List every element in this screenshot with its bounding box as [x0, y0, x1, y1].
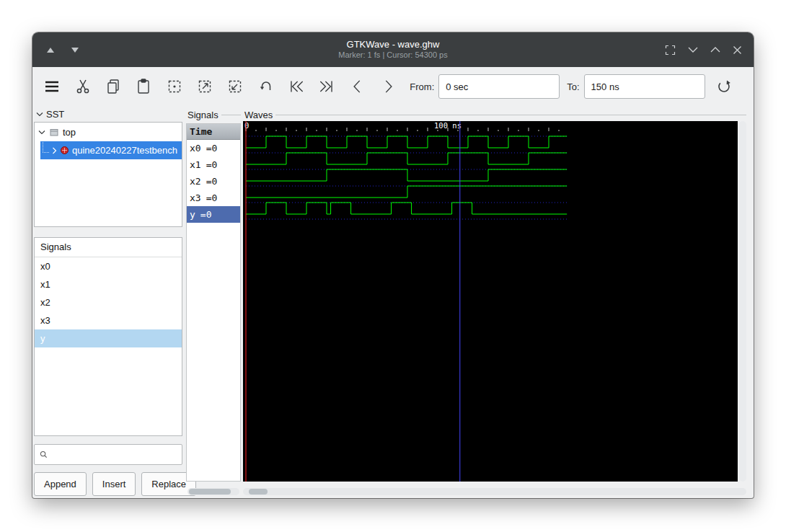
wave-signal-row[interactable]: x1=0 — [187, 156, 240, 173]
signals-horizontal-scrollbar[interactable] — [187, 488, 239, 495]
signal-name: y — [190, 209, 195, 220]
signal-filter-title: Signals — [35, 238, 182, 257]
waveform-canvas[interactable]: 0100 ns — [243, 121, 738, 482]
paste-button[interactable] — [133, 76, 154, 97]
menu-button[interactable] — [42, 76, 62, 97]
zoom-out-button[interactable] — [225, 76, 245, 97]
menu-icon — [43, 77, 61, 96]
sst-panel: SST top quine20240227testbench Signals x… — [34, 106, 184, 498]
tree-item-testbench[interactable]: quine20240227testbench — [40, 141, 182, 159]
zoom-out-icon — [226, 78, 244, 95]
search-input[interactable] — [52, 448, 182, 461]
to-input[interactable] — [584, 74, 705, 99]
shade-down-icon[interactable] — [71, 48, 79, 53]
signal-list-item[interactable]: x0 — [35, 257, 182, 275]
to-end-icon — [317, 77, 336, 96]
signals-frame-label: Signals — [187, 110, 218, 120]
wave-signal-row[interactable]: x0=0 — [187, 140, 240, 156]
svg-text:0: 0 — [244, 121, 249, 130]
wave-signal-row[interactable]: y=0 — [187, 206, 240, 223]
insert-button[interactable]: Insert — [92, 472, 136, 496]
reload-icon — [715, 77, 733, 96]
signal-filter-list: Signals x0 x1 x2 x3 y — [34, 237, 182, 436]
scrollbar-thumb[interactable] — [189, 489, 231, 495]
cut-button[interactable] — [72, 76, 92, 97]
step-left-button[interactable] — [348, 76, 368, 97]
window-title: GTKWave - wave.ghw — [338, 39, 447, 50]
cut-icon — [74, 78, 92, 95]
component-icon — [60, 146, 69, 155]
titlebar[interactable]: GTKWave - wave.ghw Marker: 1 fs | Cursor… — [32, 32, 754, 67]
undo-button[interactable] — [256, 76, 276, 97]
filter-buttons: Append Insert Replace — [34, 472, 196, 496]
signal-name: x3 — [190, 192, 201, 203]
gtkwave-window: GTKWave - wave.ghw Marker: 1 fs | Cursor… — [32, 32, 754, 498]
undo-icon — [257, 78, 275, 95]
zoom-fit-icon — [166, 78, 183, 95]
time-column-header: Time — [187, 124, 240, 140]
sst-label: SST — [46, 109, 64, 120]
waves-panel: Waves 0100 ns — [243, 106, 746, 498]
chevron-down-icon — [36, 112, 43, 117]
module-icon — [49, 128, 59, 137]
signal-name: x2 — [190, 176, 201, 187]
tree-item-top-label: top — [63, 127, 76, 138]
signal-list-item[interactable]: x3 — [35, 311, 182, 329]
signal-values-list: Time x0=0 x1=0 x2=0 x3=0 y=0 — [186, 123, 241, 482]
reload-button[interactable] — [714, 76, 734, 97]
tree-item-testbench-label: quine20240227testbench — [72, 145, 177, 156]
to-start-button[interactable] — [286, 76, 306, 97]
zoom-in-button[interactable] — [195, 76, 215, 97]
signals-values-panel: Signals Time x0=0 x1=0 x2=0 x3=0 y=0 — [186, 106, 241, 498]
signal-value: =0 — [206, 159, 218, 170]
signal-name: x0 — [190, 143, 201, 154]
step-left-icon — [348, 77, 367, 96]
close-icon[interactable] — [733, 45, 742, 55]
frame-divider — [221, 115, 241, 115]
tile-window-icon[interactable] — [665, 45, 676, 56]
waveform-svg: 0100 ns — [243, 121, 738, 482]
signal-value: =0 — [206, 143, 218, 154]
zoom-in-icon — [196, 78, 213, 95]
titlebar-left-controls — [47, 32, 79, 67]
wave-signal-row[interactable]: x3=0 — [187, 190, 240, 206]
from-label: From: — [410, 81, 434, 92]
titlebar-caption: GTKWave - wave.ghw Marker: 1 fs | Cursor… — [338, 39, 447, 61]
signal-search-box — [34, 444, 182, 465]
waves-vertical-scrollbar[interactable] — [739, 121, 746, 482]
main-area: SST top quine20240227testbench Signals x… — [32, 106, 754, 498]
tree-connector — [43, 142, 49, 153]
window-status: Marker: 1 fs | Cursor: 54300 ps — [338, 50, 447, 61]
signals-frame-header: Signals — [186, 109, 241, 120]
append-button[interactable]: Append — [34, 472, 87, 496]
waves-horizontal-scrollbar[interactable] — [243, 488, 746, 495]
waves-frame-label: Waves — [244, 110, 273, 120]
signal-value: =0 — [206, 192, 218, 203]
step-right-icon — [379, 77, 397, 96]
tree-item-top[interactable]: top — [35, 123, 182, 141]
signal-list-item[interactable]: y — [35, 329, 182, 347]
sst-header[interactable]: SST — [34, 106, 184, 122]
to-label: To: — [567, 81, 579, 92]
copy-icon — [105, 78, 122, 95]
titlebar-right-controls — [665, 32, 742, 67]
to-end-button[interactable] — [317, 76, 337, 97]
expander-right-icon — [52, 147, 57, 154]
paste-icon — [135, 78, 152, 95]
minimize-icon[interactable] — [688, 46, 698, 53]
scrollbar-thumb[interactable] — [249, 489, 268, 495]
step-right-button[interactable] — [378, 76, 398, 97]
frame-divider — [275, 115, 746, 115]
signal-value: =0 — [206, 176, 218, 187]
maximize-icon[interactable] — [710, 46, 720, 53]
toolbar: From: To: — [32, 67, 754, 106]
signal-list-item[interactable]: x1 — [35, 275, 182, 293]
zoom-fit-button[interactable] — [164, 76, 184, 97]
shade-up-icon[interactable] — [47, 48, 54, 53]
copy-button[interactable] — [103, 76, 123, 97]
wave-signal-row[interactable]: x2=0 — [187, 173, 240, 190]
signal-value: =0 — [200, 209, 212, 220]
search-icon — [40, 449, 48, 460]
signal-list-item[interactable]: x2 — [35, 293, 182, 311]
from-input[interactable] — [438, 74, 560, 99]
